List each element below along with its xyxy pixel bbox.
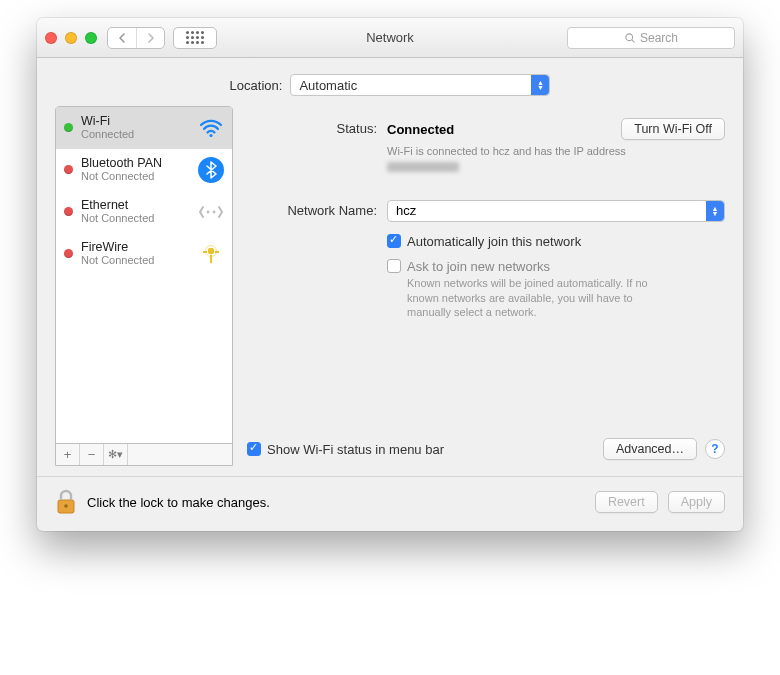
status-label: Status: <box>247 118 387 136</box>
service-item-ethernet[interactable]: Ethernet Not Connected <box>56 191 232 233</box>
search-icon <box>624 32 636 44</box>
minimize-window-button[interactable] <box>65 32 77 44</box>
service-item-wifi[interactable]: Wi-Fi Connected <box>56 107 232 149</box>
close-window-button[interactable] <box>45 32 57 44</box>
service-item-firewire[interactable]: FireWire Not Connected <box>56 233 232 275</box>
grid-icon <box>186 31 204 44</box>
wifi-icon <box>198 115 224 141</box>
lock-icon[interactable] <box>55 489 77 515</box>
svg-point-11 <box>64 504 68 508</box>
firewire-icon <box>198 241 224 267</box>
status-dot-icon <box>64 207 73 216</box>
show-all-button[interactable] <box>173 27 217 49</box>
location-select[interactable]: Automatic ▲▼ <box>290 74 550 96</box>
service-name: Ethernet <box>81 199 190 213</box>
show-status-checkbox[interactable]: Show Wi-Fi status in menu bar <box>247 442 444 457</box>
ip-address-redacted <box>387 162 459 172</box>
service-actions-button[interactable]: ✻▾ <box>104 444 128 465</box>
status-description: Wi-Fi is connected to hcz and has the IP… <box>387 145 626 157</box>
window-controls <box>45 32 97 44</box>
service-status: Not Connected <box>81 212 190 224</box>
footer: Click the lock to make changes. Revert A… <box>37 476 743 531</box>
auto-join-label: Automatically join this network <box>407 234 581 249</box>
ask-join-input[interactable] <box>387 259 401 273</box>
svg-point-0 <box>626 33 633 40</box>
status-dot-icon <box>64 249 73 258</box>
ask-join-label: Ask to join new networks <box>407 259 550 274</box>
show-status-label: Show Wi-Fi status in menu bar <box>267 442 444 457</box>
footer-spacer <box>128 444 232 465</box>
navigation-buttons <box>107 27 165 49</box>
ask-join-checkbox[interactable]: Ask to join new networks <box>387 259 667 274</box>
wifi-toggle-button[interactable]: Turn Wi-Fi Off <box>621 118 725 140</box>
search-field[interactable]: Search <box>567 27 735 49</box>
service-name: Wi-Fi <box>81 115 190 129</box>
lock-text: Click the lock to make changes. <box>87 495 270 510</box>
network-name-label: Network Name: <box>247 200 387 218</box>
location-value: Automatic <box>299 78 357 93</box>
auto-join-input[interactable] <box>387 234 401 248</box>
network-name-select[interactable]: hcz ▲▼ <box>387 200 725 222</box>
status-dot-icon <box>64 165 73 174</box>
service-status: Connected <box>81 128 190 140</box>
svg-line-1 <box>632 39 635 42</box>
advanced-button[interactable]: Advanced… <box>603 438 697 460</box>
location-label: Location: <box>230 78 283 93</box>
service-item-bluetooth[interactable]: Bluetooth PAN Not Connected <box>56 149 232 191</box>
bluetooth-icon <box>198 157 224 183</box>
service-name: FireWire <box>81 241 190 255</box>
add-service-button[interactable]: + <box>56 444 80 465</box>
ethernet-icon <box>198 199 224 225</box>
location-row: Location: Automatic ▲▼ <box>37 58 743 106</box>
remove-service-button[interactable]: − <box>80 444 104 465</box>
zoom-window-button[interactable] <box>85 32 97 44</box>
svg-point-4 <box>213 210 216 213</box>
revert-button[interactable]: Revert <box>595 491 658 513</box>
show-status-input[interactable] <box>247 442 261 456</box>
svg-point-3 <box>207 210 210 213</box>
select-stepper-icon: ▲▼ <box>531 75 549 95</box>
select-stepper-icon: ▲▼ <box>706 201 724 221</box>
service-list-footer: + − ✻▾ <box>56 443 232 465</box>
service-name: Bluetooth PAN <box>81 157 190 171</box>
svg-point-5 <box>208 247 214 253</box>
network-name-value: hcz <box>396 203 416 218</box>
svg-point-2 <box>209 133 212 136</box>
status-dot-icon <box>64 123 73 132</box>
service-status: Not Connected <box>81 254 190 266</box>
service-list: Wi-Fi Connected Bluetooth PAN Not Connec… <box>55 106 233 466</box>
network-preferences-window: Network Search Location: Automatic ▲▼ Wi… <box>37 18 743 531</box>
forward-button[interactable] <box>136 28 164 48</box>
detail-pane: Status: Connected Turn Wi-Fi Off Wi-Fi i… <box>247 106 725 466</box>
titlebar: Network Search <box>37 18 743 58</box>
ask-join-help: Known networks will be joined automatica… <box>407 276 667 321</box>
status-value: Connected <box>387 122 454 137</box>
service-status: Not Connected <box>81 170 190 182</box>
auto-join-checkbox[interactable]: Automatically join this network <box>387 234 581 249</box>
search-placeholder: Search <box>640 31 678 45</box>
help-button[interactable]: ? <box>705 439 725 459</box>
apply-button[interactable]: Apply <box>668 491 725 513</box>
back-button[interactable] <box>108 28 136 48</box>
